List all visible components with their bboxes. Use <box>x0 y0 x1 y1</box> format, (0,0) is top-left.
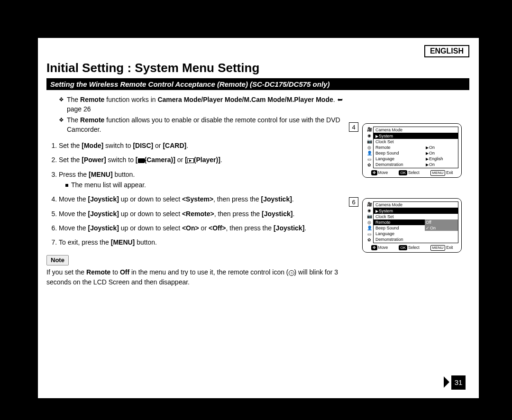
menu-language-row: Language <box>374 231 458 237</box>
gear-icon: ✿ <box>366 162 373 168</box>
page-ref-icon: ➥ <box>337 95 343 104</box>
section-subtitle: Setting the Wireless Remote Control Acce… <box>46 78 469 90</box>
dpad-icon: ✥ <box>371 170 377 175</box>
page-arrow-icon <box>444 376 449 388</box>
step-marker-4: 4 <box>349 122 358 132</box>
menu-clock-row: Clock Set <box>374 214 458 219</box>
menu-header: Camera Mode <box>374 127 458 133</box>
step-3: Press the [MENU] button. The menu list w… <box>59 170 350 190</box>
menu-beep-row: Beep Sound▶On <box>374 150 458 156</box>
step-marker-6: 6 <box>349 197 358 207</box>
person-icon: 👤 <box>366 225 373 231</box>
memory-icon: ▭ <box>366 231 373 237</box>
menu-beep-row: Beep Sound✓On <box>374 225 458 231</box>
remote-blocked-icon: ⦸ <box>289 270 294 276</box>
gear-icon: ✿ <box>366 237 373 243</box>
lcd-footer: ✥Move OKSelect MENUExit <box>366 170 458 176</box>
lcd-illustration-6: 6 🎥 ◉ 📷 ◎ 👤 ▭ ✿ Camera Mode ▶System Cloc… <box>362 198 466 253</box>
page-title: Initial Setting : System Menu Setting <box>46 61 259 75</box>
menu-remote-row-selected: RemoteOff <box>374 219 458 225</box>
person-icon: 👤 <box>366 150 373 156</box>
menu-remote-row: Remote▶On <box>374 145 458 150</box>
intro-bullets: ❖ The Remote function works in Camera Mo… <box>59 95 350 134</box>
camera-small-icon: 📷 <box>366 138 373 145</box>
menu-demo-row: Demonstration <box>374 237 458 242</box>
camera-icon <box>138 158 145 163</box>
page-number: 31 <box>451 375 466 390</box>
note-label: Note <box>46 255 69 266</box>
menu-system-row: ▶System <box>374 208 458 214</box>
diamond-icon: ❖ <box>59 96 64 104</box>
menu-panel: Camera Mode ▶System Clock Set RemoteOff … <box>373 201 458 243</box>
diamond-icon: ❖ <box>59 116 64 124</box>
manual-page: ENGLISH Initial Setting : System Menu Se… <box>38 38 479 398</box>
lcd-illustration-4: 4 🎥 ◉ 📷 ◎ 👤 ▭ ✿ Camera Mode ▶System Cloc… <box>362 123 466 178</box>
menu-system-row: ▶System <box>374 133 458 139</box>
menu-demo-row: Demonstration▶On <box>374 162 458 167</box>
bullet-1: ❖ The Remote function works in Camera Mo… <box>59 95 350 114</box>
camera-mode-icon: 🎥 <box>366 127 373 133</box>
step-4: Move the [Joystick] up or down to select… <box>59 194 350 204</box>
memory-icon: ▭ <box>366 156 373 163</box>
content-body: ❖ The Remote function works in Camera Mo… <box>46 94 350 287</box>
menu-header: Camera Mode <box>374 202 458 208</box>
step-5: Move the [Joystick] up or down to select… <box>59 209 350 219</box>
dpad-icon: ✥ <box>371 245 377 250</box>
menu-language-row: Language▶English <box>374 156 458 162</box>
language-label: ENGLISH <box>424 45 469 57</box>
menu-icon: MENU <box>430 170 446 176</box>
disc2-icon: ◎ <box>366 219 373 226</box>
camera-small-icon: 📷 <box>366 213 373 219</box>
steps-list: Set the [Mode] switch to [DISC] or [CARD… <box>49 141 350 247</box>
lcd-footer: ✥Move OKSelect MENUExit <box>366 245 458 251</box>
square-bullet-icon <box>65 184 68 187</box>
disc2-icon: ◎ <box>366 145 373 151</box>
player-icon <box>187 158 194 163</box>
menu-panel: Camera Mode ▶System Clock Set Remote▶On … <box>373 127 458 168</box>
disc-icon: ◉ <box>366 208 373 214</box>
note-text: If you set the Remote to Off in the menu… <box>46 267 350 287</box>
camera-mode-icon: 🎥 <box>366 201 373 208</box>
ok-icon: OK <box>399 170 407 175</box>
ok-icon: OK <box>399 245 407 250</box>
step-6: Move the [Joystick] up or down to select… <box>59 223 350 233</box>
bullet-2: ❖ The Remote function allows you to enab… <box>59 115 350 135</box>
step-1: Set the [Mode] switch to [DISC] or [CARD… <box>59 141 350 150</box>
step-7: To exit, press the [MENU] button. <box>59 237 350 247</box>
menu-icon: MENU <box>430 245 446 251</box>
menu-clock-row: Clock Set <box>374 139 458 145</box>
step-2: Set the [Power] switch to [(Camera)] or … <box>59 155 350 164</box>
disc-icon: ◉ <box>366 133 373 139</box>
